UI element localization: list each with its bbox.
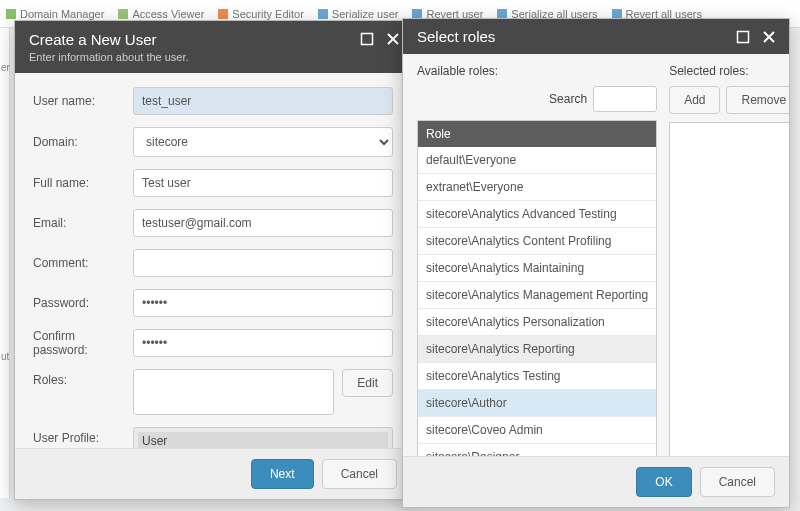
dialog-header: Select roles: [403, 19, 789, 54]
ribbon-item[interactable]: Security Editor: [218, 8, 304, 20]
dialog-title: Select roles: [417, 28, 495, 45]
svg-rect-1: [738, 31, 749, 42]
ribbon-item[interactable]: Domain Manager: [6, 8, 104, 20]
confirm-password-label: Confirm password:: [33, 329, 133, 357]
create-user-dialog: Create a New User Enter information abou…: [14, 20, 412, 500]
username-label: User name:: [33, 94, 133, 108]
password-label: Password:: [33, 296, 133, 310]
select-roles-dialog: Select roles Available roles: Search Rol…: [402, 18, 790, 508]
svg-rect-0: [362, 34, 373, 45]
role-row[interactable]: sitecore\Author: [418, 390, 656, 417]
add-button[interactable]: Add: [669, 86, 720, 114]
create-user-footer: Next Cancel: [15, 448, 411, 499]
comment-label: Comment:: [33, 256, 133, 270]
ok-button[interactable]: OK: [636, 467, 691, 497]
role-row[interactable]: sitecore\Designer: [418, 444, 656, 456]
password-input[interactable]: [133, 289, 393, 317]
selected-roles-label: Selected roles:: [669, 64, 789, 78]
ribbon-item[interactable]: Access Viewer: [118, 8, 204, 20]
dialog-subtitle: Enter information about the user.: [29, 51, 397, 63]
role-row[interactable]: default\Everyone: [418, 147, 656, 174]
remove-button[interactable]: Remove: [726, 86, 789, 114]
confirm-password-input[interactable]: [133, 329, 393, 357]
search-input[interactable]: [593, 86, 657, 112]
fullname-input[interactable]: [133, 169, 393, 197]
role-row[interactable]: extranet\Everyone: [418, 174, 656, 201]
edit-roles-button[interactable]: Edit: [342, 369, 393, 397]
roles-label: Roles:: [33, 369, 133, 387]
role-row[interactable]: sitecore\Analytics Testing: [418, 363, 656, 390]
create-user-body: User name: Domain: sitecore Full name: E…: [15, 73, 411, 448]
email-input[interactable]: [133, 209, 393, 237]
role-row[interactable]: sitecore\Analytics Reporting: [418, 336, 656, 363]
available-roles-label: Available roles:: [417, 64, 657, 78]
domain-select[interactable]: sitecore: [133, 127, 393, 157]
role-row[interactable]: sitecore\Analytics Management Reporting: [418, 282, 656, 309]
close-icon[interactable]: [761, 29, 777, 45]
user-profile-label: User Profile:: [33, 427, 133, 445]
selected-roles-grid[interactable]: [669, 122, 789, 456]
domain-label: Domain:: [33, 135, 133, 149]
maximize-icon[interactable]: [359, 31, 375, 47]
role-row[interactable]: sitecore\Analytics Maintaining: [418, 255, 656, 282]
select-roles-footer: OK Cancel: [403, 456, 789, 507]
ribbon-item[interactable]: Serialize user: [318, 8, 399, 20]
comment-input[interactable]: [133, 249, 393, 277]
available-roles-grid[interactable]: Role default\Everyoneextranet\Everyonesi…: [417, 120, 657, 456]
select-roles-body: Available roles: Search Role default\Eve…: [403, 54, 789, 456]
maximize-icon[interactable]: [735, 29, 751, 45]
close-icon[interactable]: [385, 31, 401, 47]
dialog-title: Create a New User: [29, 31, 397, 48]
fullname-label: Full name:: [33, 176, 133, 190]
grid-header-role: Role: [418, 121, 656, 147]
username-input[interactable]: [133, 87, 393, 115]
dialog-header: Create a New User Enter information abou…: [15, 21, 411, 73]
user-profile-list[interactable]: User: [133, 427, 393, 448]
roles-textarea[interactable]: [133, 369, 334, 415]
role-row[interactable]: sitecore\Coveo Admin: [418, 417, 656, 444]
cancel-button[interactable]: Cancel: [700, 467, 775, 497]
email-label: Email:: [33, 216, 133, 230]
user-profile-item[interactable]: User: [138, 432, 388, 448]
search-label: Search: [549, 92, 587, 106]
role-row[interactable]: sitecore\Analytics Advanced Testing: [418, 201, 656, 228]
left-strip: er ut: [0, 28, 10, 498]
role-row[interactable]: sitecore\Analytics Content Profiling: [418, 228, 656, 255]
role-row[interactable]: sitecore\Analytics Personalization: [418, 309, 656, 336]
next-button[interactable]: Next: [251, 459, 314, 489]
cancel-button[interactable]: Cancel: [322, 459, 397, 489]
